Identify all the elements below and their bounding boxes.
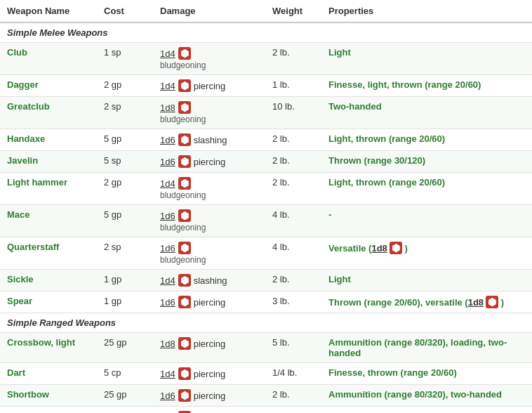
dice-icon: ⬢ xyxy=(178,133,191,146)
col-header-weight: Weight xyxy=(265,0,321,22)
dice-icon: ⬢ xyxy=(178,389,191,402)
weapon-properties: Ammunition (range 80/320), two-handed xyxy=(321,385,532,407)
damage-type: bludgeoning xyxy=(160,223,258,232)
dice-icon: ⬢ xyxy=(178,367,191,380)
damage-dice-label: 1d4 xyxy=(160,178,175,189)
weapon-damage: 1d4⬢bludgeoning xyxy=(153,173,265,205)
weapon-cost: 2 sp xyxy=(97,237,153,270)
table-row: Light hammer2 gp1d4⬢bludgeoning2 lb.Ligh… xyxy=(0,173,532,205)
section-header-label: Simple Melee Weapons xyxy=(0,22,532,43)
weapon-properties: Thrown (range 30/120) xyxy=(321,151,532,173)
weapon-name: Dart xyxy=(0,363,97,385)
weapon-properties: Finesse, thrown (range 20/60) xyxy=(321,363,532,385)
weapon-damage: 1d4⬢bludgeoning xyxy=(153,407,265,414)
weapon-weight: 2 lb. xyxy=(265,43,321,75)
table-row: Sickle1 gp1d4⬢slashing2 lb.Light xyxy=(0,270,532,291)
weapon-name: Club xyxy=(0,43,97,75)
damage-dice-label: 1d4 xyxy=(160,275,175,286)
weapon-damage: 1d4⬢slashing xyxy=(153,270,265,291)
weapon-damage: 1d4⬢bludgeoning xyxy=(153,43,265,75)
weapon-properties: Thrown (range 20/60), versatile (1d8⬢ ) xyxy=(321,291,532,313)
damage-type: piercing xyxy=(194,297,226,308)
weapon-weight: 4 lb. xyxy=(265,205,321,237)
dice-icon: ⬢ xyxy=(486,296,498,308)
section-header-row: Simple Ranged Weapons xyxy=(0,313,532,333)
weapon-cost: 1 sp xyxy=(97,407,153,414)
weapon-name: Javelin xyxy=(0,151,97,173)
weapon-weight: 2 lb. xyxy=(265,151,321,173)
weapon-weight: 10 lb. xyxy=(265,97,321,129)
weapon-weight: 2 lb. xyxy=(265,385,321,407)
weapon-damage: 1d8⬢bludgeoning xyxy=(153,97,265,129)
weapon-properties: - xyxy=(321,205,532,237)
table-row: Dagger2 gp1d4⬢piercing1 lb.Finesse, ligh… xyxy=(0,75,532,97)
damage-type: bludgeoning xyxy=(160,114,258,124)
weapons-table: Weapon Name Cost Damage Weight Propertie… xyxy=(0,0,532,413)
weapon-name: Greatclub xyxy=(0,97,97,129)
table-row: Mace5 gp1d6⬢bludgeoning4 lb.- xyxy=(0,205,532,237)
weapon-damage: 1d6⬢slashing xyxy=(153,129,265,151)
damage-type: piercing xyxy=(194,339,226,349)
weapon-cost: 5 gp xyxy=(97,205,153,237)
weapon-name: Handaxe xyxy=(0,129,97,151)
weapon-name: Spear xyxy=(0,291,97,313)
weapon-weight: 1/4 lb. xyxy=(265,363,321,385)
weapon-damage: 1d4⬢piercing xyxy=(153,75,265,97)
weapon-weight: 2 lb. xyxy=(265,173,321,205)
damage-type: piercing xyxy=(194,369,226,379)
weapon-name: Quarterstaff xyxy=(0,237,97,270)
damage-dice-label: 1d8 xyxy=(160,103,175,113)
table-row: Javelin5 sp1d6⬢piercing2 lb.Thrown (rang… xyxy=(0,151,532,173)
damage-type: piercing xyxy=(194,391,226,401)
weapon-properties: Two-handed xyxy=(321,97,532,129)
weapon-cost: 5 sp xyxy=(97,151,153,173)
weapon-properties: Light, thrown (range 20/60) xyxy=(321,173,532,205)
weapon-weight: 5 lb. xyxy=(265,333,321,363)
damage-dice-label: 1d6 xyxy=(160,157,175,167)
weapon-name: Crossbow, light xyxy=(0,333,97,363)
table-row: Dart5 cp1d4⬢piercing1/4 lb.Finesse, thro… xyxy=(0,363,532,385)
weapon-properties: Light, thrown (range 20/60) xyxy=(321,129,532,151)
weapon-cost: 1 sp xyxy=(97,43,153,75)
weapon-properties: Versatile (1d8⬢ ) xyxy=(321,237,532,270)
weapon-weight: 2 lb. xyxy=(265,129,321,151)
weapon-weight: 4 lb. xyxy=(265,237,321,270)
weapon-cost: 25 gp xyxy=(97,385,153,407)
damage-dice-label: 1d6 xyxy=(160,243,175,254)
damage-dice-label: 1d6 xyxy=(160,391,175,401)
damage-type: slashing xyxy=(194,135,227,145)
dice-icon: ⬢ xyxy=(178,296,191,308)
table-row: Shortbow25 gp1d6⬢piercing2 lb.Ammunition… xyxy=(0,385,532,407)
weapon-name: Sling xyxy=(0,407,97,414)
dice-icon: ⬢ xyxy=(178,274,191,287)
weapon-cost: 5 gp xyxy=(97,129,153,151)
weapon-cost: 5 cp xyxy=(97,363,153,385)
weapon-name: Light hammer xyxy=(0,173,97,205)
dice-icon: ⬢ xyxy=(178,155,191,168)
weapon-cost: 2 gp xyxy=(97,173,153,205)
dice-icon: ⬢ xyxy=(178,47,191,60)
damage-dice-label: 1d4 xyxy=(160,81,175,91)
table-row: Crossbow, light25 gp1d8⬢piercing5 lb.Amm… xyxy=(0,333,532,363)
dice-icon: ⬢ xyxy=(178,177,191,190)
weapon-cost: 1 gp xyxy=(97,270,153,291)
damage-type: bludgeoning xyxy=(160,255,258,265)
weapon-cost: 1 gp xyxy=(97,291,153,313)
col-header-damage: Damage xyxy=(153,0,265,22)
weapon-damage: 1d8⬢piercing xyxy=(153,333,265,363)
table-row: Spear1 gp1d6⬢piercing3 lb.Thrown (range … xyxy=(0,291,532,313)
weapon-properties: Ammunition (range 80/320), loading, two-… xyxy=(321,333,532,363)
dice-icon: ⬢ xyxy=(178,79,191,92)
weapon-weight: 2 lb. xyxy=(265,270,321,291)
weapon-name: Sickle xyxy=(0,270,97,291)
weapon-damage: 1d6⬢piercing xyxy=(153,151,265,173)
weapon-cost: 2 gp xyxy=(97,75,153,97)
weapon-properties: Finesse, light, thrown (range 20/60) xyxy=(321,75,532,97)
damage-dice-label: 1d4 xyxy=(160,369,175,379)
weapon-cost: 25 gp xyxy=(97,333,153,363)
damage-dice-label: 1d6 xyxy=(160,135,175,145)
weapon-properties: Light xyxy=(321,43,532,75)
weapon-weight: 1 lb. xyxy=(265,75,321,97)
damage-type: bludgeoning xyxy=(160,60,258,70)
properties-dice-label: 1d8 xyxy=(468,297,484,308)
